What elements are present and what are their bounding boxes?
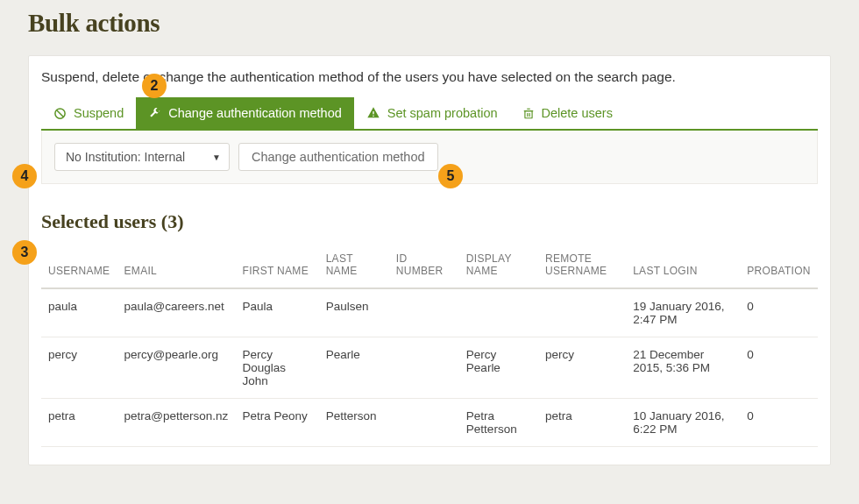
main-panel: Suspend, delete or change the authentica… [28,55,831,465]
cell-remote-username: petra [538,399,626,447]
cell-username: percy [41,337,117,399]
col-email: EMAIL [117,245,236,288]
cell-first-name: Percy Douglas John [236,337,319,399]
col-display-name: DISPLAY NAME [459,245,538,288]
cell-first-name: Petra Peony [236,399,319,447]
cell-display-name: Petra Petterson [459,399,538,447]
cell-last-name: Paulsen [319,288,389,337]
col-first-name: FIRST NAME [236,245,319,288]
cell-id-number [389,288,459,337]
col-remote-username: REMOTE USERNAME [538,245,626,288]
page-title: Bulk actions [28,9,831,38]
svg-rect-4 [524,110,531,117]
annotation-4: 4 [12,164,37,188]
cell-display-name: Percy Pearle [459,337,538,399]
col-last-login: LAST LOGIN [626,245,740,288]
cell-probation: 0 [740,337,818,399]
cell-last-login: 21 December 2015, 5:36 PM [626,337,740,399]
trash-icon [522,107,535,120]
cell-id-number [389,399,459,447]
tab-spam-label: Set spam probation [387,106,498,120]
cell-username: paula [41,288,117,337]
svg-line-1 [57,110,64,117]
col-username: USERNAME [41,245,117,288]
col-id-number: ID NUMBER [389,245,459,288]
table-row: percypercy@pearle.orgPercy Douglas JohnP… [41,337,818,399]
cell-email: percy@pearle.org [117,337,236,399]
tab-suspend[interactable]: Suspend [41,97,136,129]
svg-rect-3 [373,116,373,117]
cell-id-number [389,337,459,399]
tab-delete-label: Delete users [542,106,613,120]
cell-last-name: Petterson [319,399,389,447]
tab-change-auth[interactable]: Change authentication method [136,97,354,129]
table-header-row: USERNAME EMAIL FIRST NAME LAST NAME ID N… [41,245,818,288]
svg-rect-2 [373,111,373,114]
selected-users-heading: Selected users (3) [41,210,818,233]
col-last-name: LAST NAME [319,245,389,288]
cell-probation: 0 [740,288,818,337]
ban-icon [53,107,67,120]
auth-form-row: No Institution: Internal ▼ Change authen… [41,131,818,184]
warning-icon [366,106,380,120]
change-auth-submit-button[interactable]: Change authentication method [238,143,438,171]
tab-change-auth-label: Change authentication method [168,106,342,120]
cell-remote-username [538,288,626,337]
tabs: Suspend Change authentication method Set… [41,97,818,131]
institution-select[interactable]: No Institution: Internal [54,143,230,171]
cell-first-name: Paula [236,288,319,337]
selected-users-table: USERNAME EMAIL FIRST NAME LAST NAME ID N… [41,245,818,447]
cell-last-name: Pearle [319,337,389,399]
cell-username: petra [41,399,117,447]
annotation-2: 2 [142,74,167,98]
table-body: paulapaula@careers.netPaulaPaulsen19 Jan… [41,288,818,447]
tab-spam[interactable]: Set spam probation [354,97,510,129]
cell-probation: 0 [740,399,818,447]
table-row: petrapetra@petterson.nzPetra PeonyPetter… [41,399,818,447]
cell-last-login: 19 January 2016, 2:47 PM [626,288,740,337]
annotation-5: 5 [438,164,463,188]
wrench-icon [148,107,161,120]
col-probation: PROBATION [740,245,818,288]
table-row: paulapaula@careers.netPaulaPaulsen19 Jan… [41,288,818,337]
tab-suspend-label: Suspend [74,106,124,120]
annotation-3: 3 [12,240,37,265]
cell-display-name [459,288,538,337]
tab-delete[interactable]: Delete users [510,97,625,129]
cell-last-login: 10 January 2016, 6:22 PM [626,399,740,447]
cell-email: paula@careers.net [117,288,236,337]
cell-email: petra@petterson.nz [117,399,236,447]
cell-remote-username: percy [538,337,626,399]
